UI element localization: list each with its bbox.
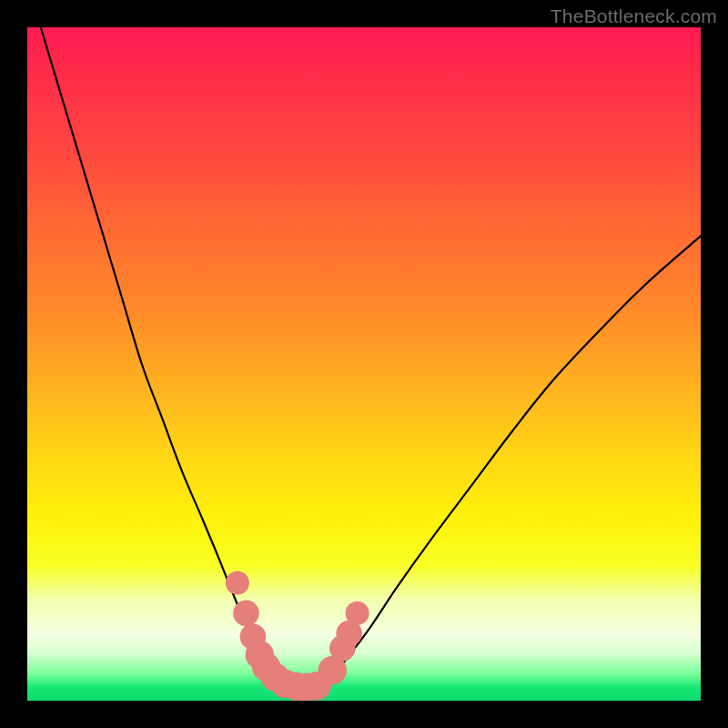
- bottleneck-curve-left-path: [41, 27, 307, 687]
- curve-marker: [226, 571, 249, 595]
- curve-marker: [233, 601, 259, 627]
- chart-plot-area: [27, 27, 701, 701]
- chart-frame: TheBottleneck.com: [0, 0, 728, 728]
- curve-markers: [226, 571, 369, 702]
- watermark-text: TheBottleneck.com: [551, 5, 717, 27]
- chart-svg: [27, 27, 701, 701]
- curve-marker: [346, 602, 369, 625]
